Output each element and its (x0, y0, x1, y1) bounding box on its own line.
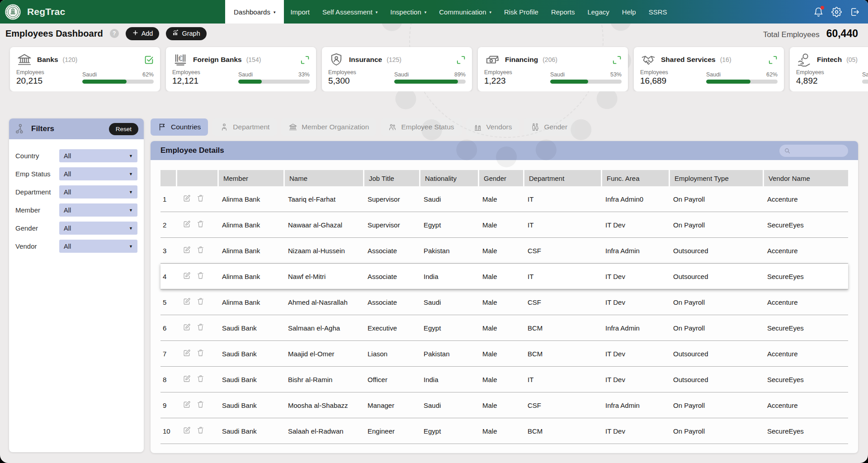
edit-button[interactable] (183, 220, 191, 228)
cell-func-area: IT Dev (601, 212, 669, 238)
row-actions (176, 212, 217, 238)
tab-gender[interactable]: Gender (524, 118, 575, 136)
nav-item-label: Risk Profile (504, 8, 538, 16)
nav-item-communication[interactable]: Communication▾ (433, 0, 498, 24)
edit-button[interactable] (183, 375, 191, 383)
add-button[interactable]: Add (126, 27, 160, 40)
svg-text:€: € (179, 55, 183, 62)
row-actions (176, 264, 217, 289)
row-actions (176, 392, 217, 418)
filter-select-department[interactable]: All▼ (59, 185, 137, 198)
card-top: Banks(120) (16, 52, 154, 67)
cell-member: Alinma Bank (217, 186, 283, 212)
delete-button[interactable] (197, 349, 204, 357)
cell-nationality: India (419, 367, 478, 392)
edit-button[interactable] (183, 349, 191, 357)
chevron-down-icon: ▼ (129, 244, 133, 249)
cell-vendor-name: Accenture (763, 289, 848, 315)
table-row: 6Saudi BankSalmaan el-AghaExecutiveEgypt… (160, 315, 848, 341)
delete-button[interactable] (197, 272, 204, 279)
delete-button[interactable] (197, 426, 204, 434)
nav-item-self-assessment[interactable]: Self Assessment▾ (316, 0, 384, 24)
card-count: (125) (387, 56, 401, 63)
summary-card-shared-services[interactable]: Shared Services(16)Employees16,689Saudi6… (634, 47, 784, 91)
nav-item-help[interactable]: Help (616, 0, 642, 24)
tab-department[interactable]: Department (212, 118, 277, 136)
graph-button[interactable]: Graph (166, 27, 206, 40)
cell-nationality: Egypt (419, 212, 478, 238)
delete-button[interactable] (197, 375, 204, 383)
nav-item-ssrs[interactable]: SSRS (642, 0, 674, 24)
edit-button[interactable] (183, 272, 191, 279)
column-header-member: Member (217, 170, 283, 186)
notification-badge (821, 6, 824, 9)
employees-label: Employees (328, 69, 389, 76)
cell-vendor-name: SecureEyes (763, 315, 848, 341)
cell-employment-type: On Payroll (669, 392, 763, 418)
checkbox-unchecked-icon[interactable] (768, 55, 778, 65)
tab-label: Member Organization (302, 123, 369, 131)
tab-vendors[interactable]: Vendors (466, 118, 519, 136)
tab-countries[interactable]: Countries (151, 118, 208, 136)
nav-item-risk-profile[interactable]: Risk Profile (498, 0, 545, 24)
nav-item-inspection[interactable]: Inspection▾ (384, 0, 433, 24)
column-header-department: Department (523, 170, 601, 186)
insurance-icon (328, 52, 344, 67)
checkbox-checked-icon[interactable] (144, 55, 154, 65)
summary-card-fintech[interactable]: Fintech(05)Employees4,892Saudi (790, 47, 868, 91)
nav-item-legacy[interactable]: Legacy (581, 0, 615, 24)
summary-card-financing[interactable]: Financing(206)Employees1,223Saudi53% (478, 47, 628, 91)
cell-department: BCM (523, 418, 601, 444)
tab-employee-status[interactable]: Employee Status (381, 118, 461, 136)
filter-select-vendor[interactable]: All▼ (59, 240, 137, 253)
nav-item-import[interactable]: Import (284, 0, 316, 24)
cell-department: IT (523, 264, 601, 289)
help-icon[interactable]: ? (110, 29, 119, 38)
delete-button[interactable] (197, 194, 204, 202)
delete-button[interactable] (197, 323, 204, 331)
reset-button[interactable]: Reset (109, 123, 138, 135)
edit-button[interactable] (183, 194, 191, 202)
nav-item-reports[interactable]: Reports (545, 0, 581, 24)
edit-button[interactable] (183, 426, 191, 434)
cell-employment-type: Outsourced (669, 264, 763, 289)
cell-func-area: Infra Admin (601, 392, 669, 418)
summary-card-insurance[interactable]: Insurance(125)Employees5,300Saudi89% (322, 47, 472, 91)
delete-button[interactable] (197, 246, 204, 254)
brand-name: RegTrac (27, 6, 65, 17)
filter-select-country[interactable]: All▼ (59, 149, 137, 162)
delete-button[interactable] (197, 220, 204, 228)
cell-name: Moosha al-Shabazz (283, 392, 363, 418)
bell-icon[interactable] (813, 7, 824, 17)
filter-select-emp-status[interactable]: All▼ (59, 167, 137, 180)
cell-department: IT (523, 212, 601, 238)
checkbox-unchecked-icon[interactable] (456, 55, 466, 65)
nav-item-dashboards[interactable]: Dashboards▾ (225, 0, 284, 24)
logout-icon[interactable] (849, 7, 860, 17)
summary-card-foreign-banks[interactable]: €Foreign Banks(154)Employees12,121Saudi3… (166, 47, 316, 91)
gear-icon[interactable] (831, 7, 842, 17)
logo-icon (5, 4, 21, 20)
edit-button[interactable] (183, 246, 191, 254)
saudi-label: Saudi (550, 71, 565, 78)
column-header-vendor-name: Vendor Name (763, 170, 848, 186)
filters-title: Filters (31, 124, 54, 133)
edit-button[interactable] (183, 401, 191, 408)
checkbox-unchecked-icon[interactable] (612, 55, 622, 65)
filter-select-gender[interactable]: All▼ (59, 222, 137, 235)
card-title: Fintech (817, 56, 842, 64)
edit-button[interactable] (183, 298, 191, 305)
search-box[interactable] (779, 145, 848, 157)
saudi-label: Saudi (82, 71, 97, 78)
card-employees: Employees16,689 (640, 69, 701, 86)
search-input[interactable] (793, 147, 844, 154)
summary-card-banks[interactable]: Banks(120)Employees20,215Saudi62% (10, 47, 160, 91)
tab-member-organization[interactable]: Member Organization (281, 118, 376, 136)
nav-item-label: Communication (439, 8, 486, 16)
edit-button[interactable] (183, 323, 191, 331)
filter-select-value: All (64, 152, 71, 160)
filter-select-member[interactable]: All▼ (59, 203, 137, 217)
checkbox-unchecked-icon[interactable] (300, 55, 310, 65)
delete-button[interactable] (197, 401, 204, 408)
delete-button[interactable] (197, 298, 204, 305)
